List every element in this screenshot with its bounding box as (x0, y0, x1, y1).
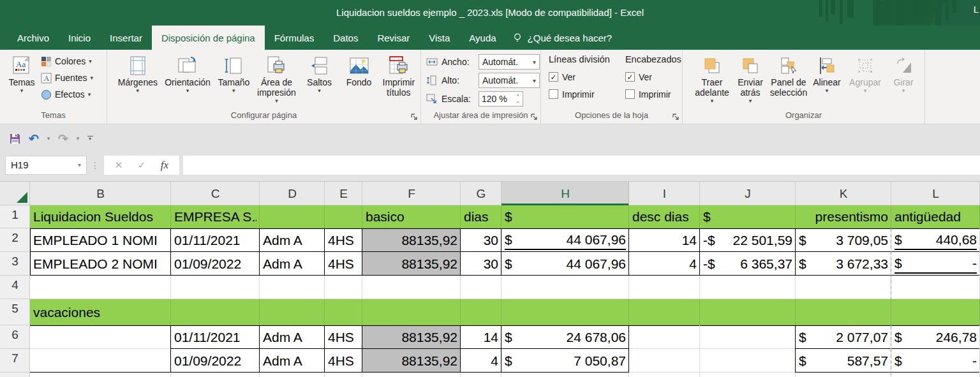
cell-J5[interactable] (700, 299, 796, 325)
cell-F7[interactable]: 88135,92 (362, 349, 461, 373)
cell-H3[interactable]: $44 067,96 (501, 252, 629, 276)
cell-H5[interactable] (501, 299, 629, 325)
redo-dropdown-icon[interactable]: ▾ (74, 135, 82, 142)
cell-B3[interactable]: EMPLEADO 2 NOMI (30, 252, 171, 276)
cell-F1[interactable]: basico (362, 205, 461, 228)
cell-L6[interactable]: $246,78 (891, 325, 980, 349)
cell-J3[interactable]: -$6 365,37 (700, 252, 796, 276)
tab-datos[interactable]: Datos (323, 26, 368, 50)
cell-B6[interactable] (30, 325, 171, 349)
cell-H4[interactable] (501, 276, 629, 299)
agrupar-button[interactable]: Agrupar ▾ (847, 53, 883, 95)
cell-L7[interactable]: $- (891, 349, 980, 373)
lineas-ver-checkbox[interactable]: ✓ Ver (549, 68, 610, 85)
cell-J8[interactable] (700, 373, 796, 377)
col-header-E[interactable]: E (325, 182, 362, 205)
row-header-6[interactable]: 6 (0, 325, 30, 349)
cell-F4[interactable] (362, 276, 461, 299)
name-box[interactable]: H19 ▾ (5, 156, 87, 175)
cell-C3[interactable]: 01/09/2022 (171, 252, 260, 276)
alinear-button[interactable]: Alinear ▾ (809, 53, 845, 95)
enviar-atras-button[interactable]: Enviar atrás ▾ (732, 53, 768, 105)
cell-B7[interactable] (30, 349, 171, 373)
cell-G3[interactable]: 30 (461, 252, 501, 276)
insert-function-button[interactable]: fx (154, 157, 175, 174)
girar-button[interactable]: Girar ▾ (886, 53, 921, 95)
dialog-launcher-icon[interactable] (671, 112, 680, 121)
row-header-1[interactable]: 1 (0, 205, 30, 228)
cell-D8[interactable] (260, 373, 325, 377)
cell-G7[interactable]: 4 (461, 349, 501, 373)
panel-de-seleccion-button[interactable]: Panel de selección (771, 53, 806, 99)
cell-H7[interactable]: $7 050,87 (501, 349, 629, 373)
cancel-icon[interactable]: ✕ (108, 157, 130, 174)
cell-I1[interactable]: desc dias (629, 205, 700, 228)
dialog-launcher-icon[interactable] (410, 112, 419, 121)
col-header-F[interactable]: F (362, 182, 461, 205)
spinner-arrows-icon[interactable]: ⌃⌄ (516, 94, 520, 103)
cell-L1[interactable]: antigüedad (891, 205, 980, 228)
cell-K5[interactable] (796, 299, 891, 325)
row-header-7[interactable]: 7 (0, 349, 30, 373)
cell-B4[interactable] (30, 276, 171, 299)
col-header-J[interactable]: J (700, 182, 796, 205)
cell-I8[interactable] (629, 373, 700, 377)
name-box-dropdown-icon[interactable]: ▾ (78, 161, 81, 168)
row-header-5[interactable]: 5 (0, 299, 30, 325)
cell-G8[interactable] (461, 373, 501, 377)
cell-E8[interactable] (325, 373, 362, 377)
formula-bar-splitter[interactable]: ⋮ (91, 160, 100, 170)
cell-H6[interactable]: $24 678,06 (501, 325, 629, 349)
col-header-G[interactable]: G (461, 182, 501, 205)
tab-inicio[interactable]: Inicio (59, 26, 100, 50)
alto-dropdown[interactable]: Automát. ▾ (479, 73, 540, 88)
col-header-K[interactable]: K (796, 182, 891, 205)
cell-G6[interactable]: 14 (461, 325, 501, 349)
cell-D6[interactable]: Adm A (260, 325, 325, 349)
customize-qat-button[interactable]: ▾ (84, 136, 96, 141)
cell-L5[interactable] (891, 299, 980, 325)
cell-F3[interactable]: 88135,92 (362, 252, 461, 276)
redo-button[interactable]: ↷ (55, 129, 71, 147)
enter-icon[interactable]: ✓ (131, 157, 152, 174)
cell-K6[interactable]: $2 077,07 (796, 325, 891, 349)
fondo-button[interactable]: Fondo (341, 53, 377, 89)
tab-archivo[interactable]: Archivo (8, 26, 59, 50)
cell-K7[interactable]: $587,57 (796, 349, 891, 373)
orientacion-button[interactable]: Orientación ▾ (163, 53, 212, 95)
cell-G5[interactable] (461, 299, 501, 325)
cell-I4[interactable] (629, 276, 700, 299)
row-header-8[interactable]: 8 (0, 373, 30, 377)
cell-I6[interactable] (629, 325, 700, 349)
col-header-D[interactable]: D (260, 182, 325, 205)
cell-L3[interactable]: $- (891, 252, 980, 276)
cell-C5[interactable] (171, 299, 260, 325)
cell-C2[interactable]: 01/11/2021 (171, 228, 260, 252)
row-header-4[interactable]: 4 (0, 276, 30, 299)
temas-button[interactable]: Aa Temas ▾ (4, 53, 40, 95)
margenes-button[interactable]: Márgenes ▾ (116, 53, 160, 95)
cell-J4[interactable] (700, 276, 796, 299)
formula-input[interactable] (183, 156, 980, 175)
cell-K8[interactable] (796, 373, 891, 377)
cell-J2[interactable]: -$22 501,59 (700, 228, 796, 252)
row-header-2[interactable]: 2 (0, 228, 30, 252)
cell-F5[interactable] (362, 299, 461, 325)
col-header-B[interactable]: B (30, 182, 171, 205)
imprimir-titulos-button[interactable]: Imprimir títulos (381, 53, 417, 99)
encabezados-imprimir-checkbox[interactable]: ✓ Imprimir (625, 85, 681, 103)
cell-B1[interactable]: Liquidacion Sueldos (30, 205, 171, 228)
cell-E7[interactable]: 4HS (325, 349, 362, 373)
cell-I5[interactable] (629, 299, 700, 325)
cell-E6[interactable]: 4HS (325, 325, 362, 349)
select-all-button[interactable] (0, 182, 30, 205)
cell-E1[interactable] (325, 205, 362, 228)
traer-adelante-button[interactable]: Traer adelante ▾ (694, 53, 730, 105)
cell-D7[interactable]: Adm A (260, 349, 325, 373)
cell-K4[interactable] (796, 276, 891, 299)
cell-J7[interactable] (700, 349, 796, 373)
cell-G4[interactable] (461, 276, 501, 299)
cell-G1[interactable]: dias (461, 205, 501, 228)
cell-I3[interactable]: 4 (629, 252, 700, 276)
cell-D2[interactable]: Adm A (260, 228, 325, 252)
